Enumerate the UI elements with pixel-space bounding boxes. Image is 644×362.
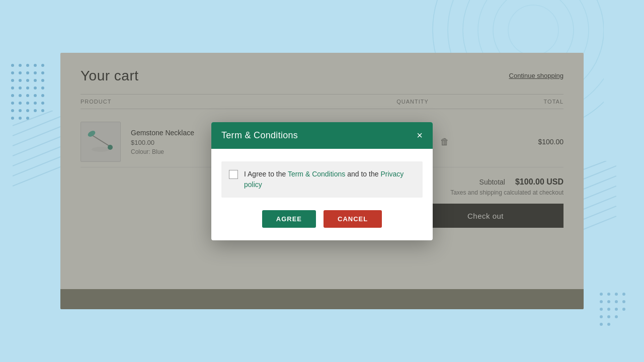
terms-text-prefix: I Agree to the: [244, 170, 288, 178]
svg-point-73: [600, 323, 603, 326]
svg-line-11: [13, 156, 63, 176]
svg-point-23: [34, 64, 37, 67]
svg-point-49: [41, 102, 44, 105]
svg-point-32: [26, 79, 29, 82]
svg-point-74: [607, 323, 610, 326]
svg-point-34: [41, 79, 44, 82]
svg-point-27: [26, 71, 29, 74]
modal-title: Term & Conditions: [221, 130, 298, 141]
svg-point-38: [34, 86, 37, 89]
svg-point-5: [508, 5, 558, 55]
svg-point-62: [600, 300, 603, 303]
svg-point-31: [19, 79, 22, 82]
svg-point-53: [34, 109, 37, 112]
cancel-button[interactable]: CANCEL: [324, 210, 382, 228]
terms-text-middle: and to the: [347, 170, 380, 178]
svg-point-58: [600, 293, 603, 296]
svg-point-55: [11, 117, 14, 120]
svg-point-25: [11, 71, 14, 74]
svg-point-29: [41, 71, 44, 74]
terms-agree-checkbox[interactable]: [229, 170, 238, 179]
svg-point-72: [615, 315, 618, 318]
modal-overlay: Term & Conditions × I Agree to the Term …: [60, 53, 584, 309]
terms-text: I Agree to the Term & Conditions and to …: [244, 169, 415, 190]
svg-point-21: [19, 64, 22, 67]
svg-point-68: [615, 308, 618, 311]
svg-point-57: [26, 117, 29, 120]
svg-point-22: [26, 64, 29, 67]
svg-point-43: [34, 94, 37, 97]
svg-point-39: [41, 86, 44, 89]
svg-point-70: [600, 315, 603, 318]
terms-checkbox-row: I Agree to the Term & Conditions and to …: [221, 161, 423, 198]
svg-point-35: [11, 86, 14, 89]
modal-footer: AGREE CANCEL: [211, 210, 433, 240]
svg-line-12: [13, 166, 63, 186]
svg-point-54: [41, 109, 44, 112]
svg-point-51: [19, 109, 22, 112]
svg-point-65: [622, 300, 625, 303]
svg-point-69: [622, 308, 625, 311]
agree-button[interactable]: AGREE: [262, 210, 316, 228]
svg-point-67: [607, 308, 610, 311]
svg-line-10: [13, 146, 63, 166]
svg-point-26: [19, 71, 22, 74]
cart-page: Your cart Continue shopping PRODUCT QUAN…: [60, 53, 584, 309]
svg-point-64: [615, 300, 618, 303]
svg-point-41: [19, 94, 22, 97]
svg-point-36: [19, 86, 22, 89]
terms-modal: Term & Conditions × I Agree to the Term …: [211, 122, 433, 240]
svg-point-42: [26, 94, 29, 97]
svg-point-71: [607, 315, 610, 318]
dot-grid-right: [596, 289, 634, 329]
svg-point-59: [607, 293, 610, 296]
dot-grid-left: [8, 60, 65, 123]
modal-close-button[interactable]: ×: [417, 130, 423, 140]
svg-point-45: [11, 102, 14, 105]
svg-point-20: [11, 64, 14, 67]
svg-point-30: [11, 79, 14, 82]
svg-point-33: [34, 79, 37, 82]
svg-line-9: [13, 136, 63, 156]
svg-point-37: [26, 86, 29, 89]
svg-point-56: [19, 117, 22, 120]
svg-point-52: [26, 109, 29, 112]
svg-point-66: [600, 308, 603, 311]
svg-point-50: [11, 109, 14, 112]
svg-point-63: [607, 300, 610, 303]
svg-point-60: [615, 293, 618, 296]
svg-point-44: [41, 94, 44, 97]
modal-body: I Agree to the Term & Conditions and to …: [211, 149, 433, 210]
modal-header: Term & Conditions ×: [211, 122, 433, 149]
svg-point-40: [11, 94, 14, 97]
svg-point-47: [26, 102, 29, 105]
background-stripes-left: [13, 111, 63, 201]
svg-point-46: [19, 102, 22, 105]
terms-conditions-link[interactable]: Term & Conditions: [288, 170, 347, 178]
svg-point-61: [622, 293, 625, 296]
svg-point-28: [34, 71, 37, 74]
svg-line-8: [13, 126, 63, 146]
svg-point-48: [34, 102, 37, 105]
svg-point-24: [41, 64, 44, 67]
